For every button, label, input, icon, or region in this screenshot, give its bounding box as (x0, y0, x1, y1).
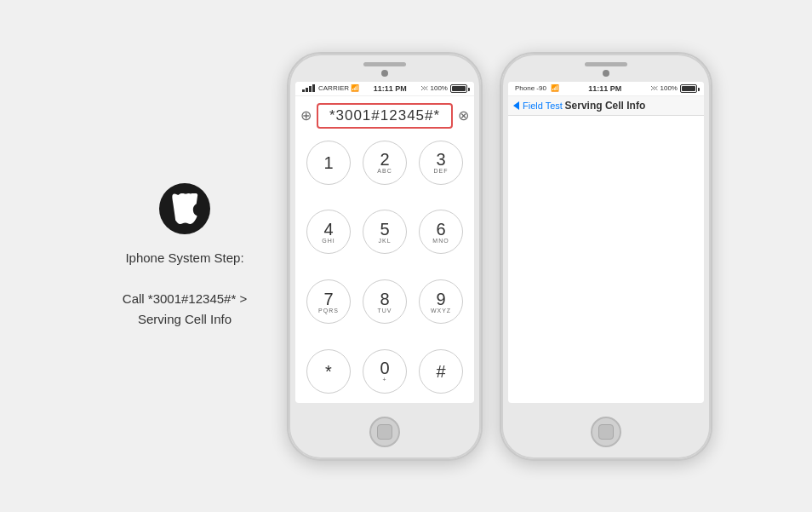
dial-key-number-9: * (325, 363, 332, 380)
dial-key-#[interactable]: # (419, 349, 463, 394)
dial-key-letters-8: WXYZ (431, 308, 451, 314)
dial-key-number-0: 1 (323, 154, 333, 171)
dial-key-6[interactable]: 6MNO (419, 210, 463, 254)
info-nav-title: Serving Cell Info (563, 100, 648, 112)
info-wifi-icon: 📶 (551, 84, 559, 92)
dialer-input-row: ⊕ *3001#12345#* ⊗ (295, 96, 474, 135)
info-battery-fill (682, 86, 695, 91)
info-navbar: Field Test Serving Cell Info (508, 96, 704, 116)
dial-key-0[interactable]: 0+ (363, 349, 407, 394)
left-section: Iphone System Step: Call *3001#12345#* >… (100, 183, 270, 330)
dial-key-3[interactable]: 3DEF (419, 141, 463, 185)
dialer-clear-button[interactable]: ⊗ (458, 107, 469, 124)
dial-keypad: 12ABC3DEF4GHI5JKL6MNO7PQRS8TUV9WXYZ*0+# (295, 135, 474, 403)
info-phone-top (501, 54, 711, 77)
iphone-dialer-frame: CARRIER 📶 11:11 PM ⯵ 100% ⊕ *3001#12345#… (287, 52, 483, 461)
info-phone-bottom (501, 408, 711, 459)
instruction-text: Iphone System Step: Call *3001#12345#* >… (123, 248, 247, 330)
info-status-left: Phone -90 📶 (515, 84, 559, 92)
dialer-home-button[interactable] (369, 417, 400, 447)
dialer-number-display: *3001#12345#* (317, 103, 453, 129)
dial-key-5[interactable]: 5JKL (363, 210, 407, 254)
page-container: Iphone System Step: Call *3001#12345#* >… (0, 0, 812, 512)
dialer-home-button-inner (377, 424, 392, 440)
dialer-status-right: ⯵ 100% (421, 84, 467, 93)
dialer-battery-pct: 100% (431, 84, 448, 92)
dialer-status-bar: CARRIER 📶 11:11 PM ⯵ 100% (295, 82, 474, 96)
dialer-time: 11:11 PM (374, 84, 407, 93)
dial-key-letters-3: GHI (322, 238, 335, 244)
dial-key-number-8: 9 (436, 291, 445, 308)
dial-key-letters-10: + (382, 377, 386, 383)
dial-key-letters-4: JKL (378, 238, 391, 244)
apple-icon (169, 193, 200, 224)
dial-key-number-5: 6 (436, 221, 445, 238)
dialer-speaker (363, 62, 406, 66)
info-battery-icon (680, 84, 697, 93)
signal-bar-1 (302, 89, 305, 92)
dialer-bt-icon: ⯵ (421, 84, 428, 92)
dialer-add-button[interactable]: ⊕ (300, 107, 312, 124)
info-status-right: ⯵ 100% (651, 84, 697, 93)
dial-key-7[interactable]: 7PQRS (306, 279, 351, 324)
signal-bar-2 (306, 88, 308, 92)
signal-bars (302, 84, 315, 92)
dialer-battery-icon (450, 84, 467, 93)
info-home-button-inner (598, 424, 614, 440)
info-bt-icon: ⯵ (651, 84, 658, 92)
dial-key-letters-5: MNO (432, 238, 449, 244)
info-screen: Phone -90 📶 11:11 PM ⯵ 100% Field Test (508, 82, 704, 403)
info-back-button[interactable]: Field Test (513, 101, 563, 111)
info-back-text: Phone -90 (515, 84, 546, 92)
dialer-content: ⊕ *3001#12345#* ⊗ 12ABC3DEF4GHI5JKL6MNO7… (295, 96, 474, 403)
dialer-status-left: CARRIER 📶 (302, 84, 359, 92)
dialer-phone-bottom (289, 408, 481, 459)
info-time: 11:11 PM (588, 84, 621, 93)
info-speaker (585, 62, 627, 66)
dialer-wifi-icon: 📶 (351, 84, 359, 92)
dial-key-4[interactable]: 4GHI (306, 210, 351, 254)
dial-key-number-4: 5 (380, 221, 389, 238)
dial-key-8[interactable]: 8TUV (363, 279, 407, 324)
info-nav-title-text: Serving Cell Info (565, 100, 646, 112)
dialer-camera (381, 70, 388, 77)
info-back-label: Field Test (523, 101, 563, 111)
step-instruction: Call *3001#12345#* > Serving Cell Info (123, 289, 247, 330)
signal-bar-4 (312, 84, 315, 92)
dialer-battery-fill (452, 86, 466, 91)
dial-key-number-2: 3 (436, 151, 445, 168)
dialer-phone-top (289, 54, 481, 77)
dialer-carrier: CARRIER (318, 84, 349, 92)
info-battery-pct: 100% (660, 84, 678, 92)
dial-key-number-6: 7 (323, 291, 333, 308)
signal-bar-3 (309, 86, 312, 92)
dial-key-2[interactable]: 2ABC (363, 141, 407, 185)
info-status-bar: Phone -90 📶 11:11 PM ⯵ 100% (508, 82, 704, 96)
step-title: Iphone System Step: (123, 248, 247, 268)
dial-key-*[interactable]: * (306, 349, 351, 394)
dial-key-letters-1: ABC (377, 168, 392, 174)
dial-key-number-1: 2 (380, 151, 389, 168)
info-home-button[interactable] (591, 417, 621, 447)
iphone-info-frame: Phone -90 📶 11:11 PM ⯵ 100% Field Test (500, 52, 712, 461)
info-camera (603, 70, 609, 77)
dial-key-letters-7: TUV (378, 308, 392, 314)
dialer-screen: CARRIER 📶 11:11 PM ⯵ 100% ⊕ *3001#12345#… (295, 82, 474, 403)
apple-logo (159, 183, 210, 234)
dial-key-number-3: 4 (323, 221, 333, 238)
dial-key-1[interactable]: 1 (306, 141, 351, 185)
dial-key-letters-2: DEF (434, 168, 449, 174)
back-chevron-icon (513, 101, 519, 110)
dial-key-9[interactable]: 9WXYZ (419, 279, 463, 324)
dial-key-number-7: 8 (380, 291, 389, 308)
dial-key-number-11: # (436, 363, 445, 380)
dial-key-letters-6: PQRS (318, 308, 339, 314)
dial-key-number-10: 0 (380, 360, 389, 377)
